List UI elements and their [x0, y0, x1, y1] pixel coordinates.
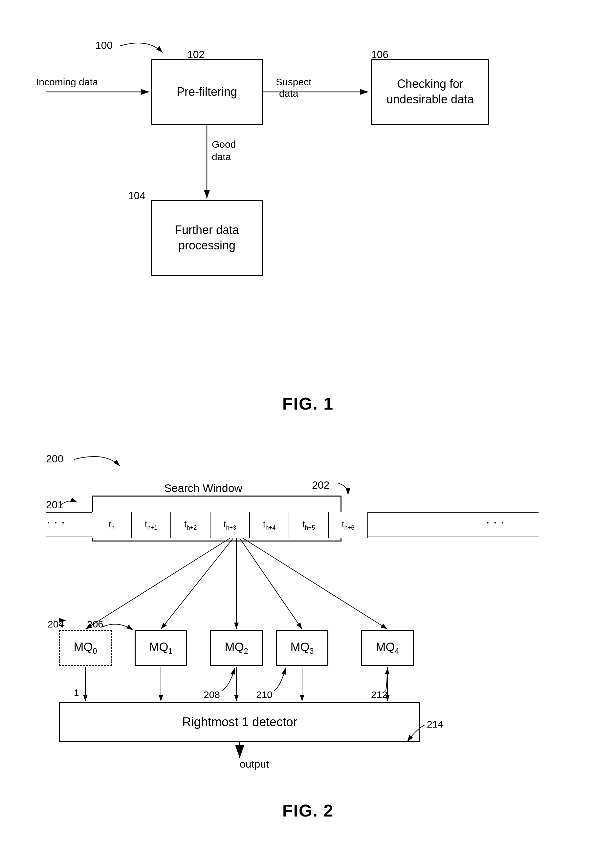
output-label: output	[240, 758, 269, 770]
fig2-diagram: 200 201 202 Search Window · · · · · · th…	[26, 433, 590, 827]
mq4-box: MQ4	[361, 630, 414, 666]
ref-201: 201	[46, 499, 63, 511]
fig1-arrows: Incoming data Suspect data Good data	[26, 20, 590, 381]
fig1-diagram: 100 102 104 106 Pre-filtering Checking f…	[26, 20, 590, 381]
cell-th: th	[92, 512, 131, 538]
further-label: Further dataprocessing	[175, 222, 239, 253]
mq2-box: MQ2	[210, 630, 263, 666]
rightmost-detector-box: Rightmost 1 detector	[59, 702, 420, 742]
cell-th2: th+2	[171, 512, 210, 538]
cell-th3: th+3	[210, 512, 249, 538]
ref-100: 100	[95, 39, 113, 52]
ref-210: 210	[256, 689, 273, 700]
svg-line-15	[243, 538, 388, 629]
svg-text:data: data	[212, 151, 231, 162]
svg-line-14	[240, 538, 302, 629]
further-box: Further dataprocessing	[151, 200, 263, 276]
checking-label: Checking forundesirable data	[386, 76, 474, 107]
ref-204: 204	[48, 619, 64, 630]
mq0-box: MQ0	[59, 630, 112, 666]
svg-text:Good: Good	[212, 139, 236, 150]
cell-th4: th+4	[249, 512, 289, 538]
svg-text:Incoming data: Incoming data	[36, 76, 98, 87]
svg-text:data: data	[279, 88, 298, 99]
ref-206: 206	[87, 619, 103, 630]
ref-214: 214	[427, 719, 443, 730]
page: 100 102 104 106 Pre-filtering Checking f…	[0, 0, 616, 840]
cell-th6: th+6	[328, 512, 368, 538]
svg-line-11	[85, 538, 230, 629]
ref-208: 208	[204, 689, 220, 700]
cell-th1: th+1	[131, 512, 171, 538]
ref-200: 200	[46, 453, 63, 465]
ref-212: 212	[371, 689, 388, 700]
dots-right: · · ·	[486, 515, 504, 529]
fig1-label: FIG. 1	[26, 394, 590, 414]
ref-202: 202	[312, 479, 329, 491]
checking-box: Checking forundesirable data	[371, 59, 489, 125]
mq1-box: MQ1	[135, 630, 187, 666]
cell-th5: th+5	[289, 512, 328, 538]
svg-line-12	[161, 538, 233, 629]
prefilter-box: Pre-filtering	[151, 59, 263, 125]
ref-104: 104	[128, 190, 145, 202]
dots-left: · · ·	[47, 515, 65, 529]
svg-text:Suspect: Suspect	[276, 76, 312, 87]
search-window-label: Search Window	[164, 482, 242, 495]
mq3-box: MQ3	[276, 630, 328, 666]
label-1: 1	[74, 688, 79, 698]
